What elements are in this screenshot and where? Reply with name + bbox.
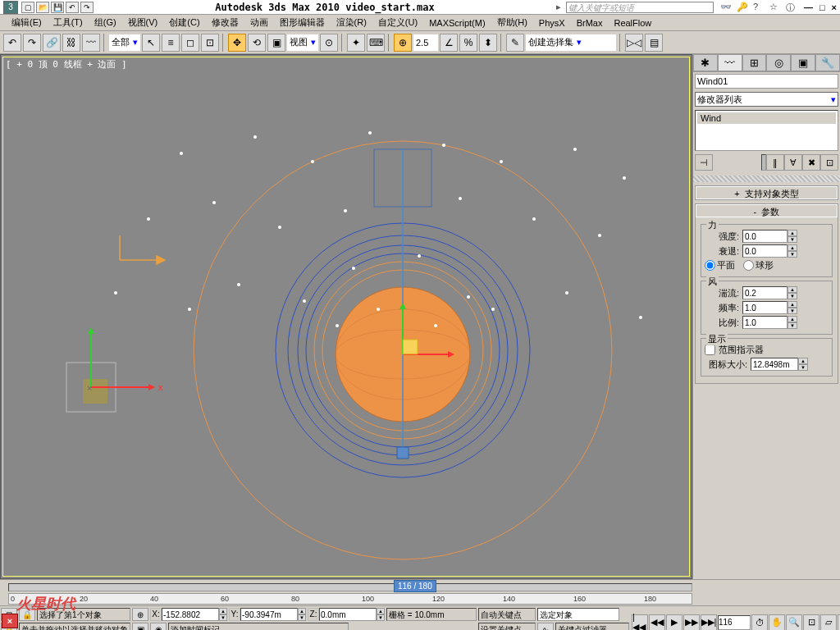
named-selection-combo[interactable]: 创建选择集▾	[526, 34, 616, 51]
minimize-button[interactable]: —	[804, 2, 813, 12]
nav-zoomext-button[interactable]: ⊡	[803, 614, 819, 631]
object-name-input[interactable]	[695, 74, 838, 89]
key-filters-button[interactable]: 关键点过滤器...	[555, 623, 629, 630]
time-slider-track[interactable]	[8, 583, 692, 591]
time-tag[interactable]: 添加时间标记	[168, 623, 349, 630]
stack-item-wind[interactable]: Wind	[697, 112, 836, 124]
align-button[interactable]: ▤	[645, 34, 663, 52]
strength-input[interactable]	[742, 230, 788, 243]
coord-y-input[interactable]	[240, 608, 298, 621]
scale-input[interactable]	[742, 316, 788, 329]
icon-size-input[interactable]	[751, 358, 798, 371]
decay-down[interactable]: ▼	[788, 251, 797, 258]
select-object-button[interactable]: ↖	[142, 34, 160, 52]
goto-end-button[interactable]: ▶▶|	[701, 614, 717, 631]
rollout-parameters[interactable]: - 参数	[696, 204, 838, 217]
isolate-button[interactable]: ▣	[132, 623, 148, 630]
menu-brmax[interactable]: BrMax	[572, 16, 608, 30]
modifier-list-combo[interactable]: 修改器列表▾	[695, 92, 838, 107]
next-frame-button[interactable]: ▶▶	[683, 614, 700, 631]
redo-button[interactable]: ↷	[23, 34, 41, 52]
coord-x-input[interactable]	[162, 608, 219, 621]
tab-motion[interactable]: ◎	[766, 54, 791, 71]
radio-spherical[interactable]: 球形	[743, 259, 774, 272]
time-ruler[interactable]: 0 20 40 60 80 100 120 140 160 180	[8, 593, 692, 605]
timeline[interactable]: 116 / 180 0 20 40 60 80 100 120 140 160 …	[0, 579, 840, 605]
frequency-input[interactable]	[742, 301, 788, 314]
viewport-top[interactable]: [ + 0 顶 0 线框 + 边面 ]	[0, 54, 692, 579]
select-region-rect-button[interactable]: ◻	[181, 34, 199, 52]
edit-named-sel-button[interactable]: ✎	[506, 34, 524, 52]
redo-dropdown-icon[interactable]: ↷	[80, 2, 94, 13]
menu-tools[interactable]: 工具(T)	[48, 15, 88, 30]
undo-button[interactable]: ↶	[3, 34, 21, 52]
spinner-snap-button[interactable]: ⬍	[479, 34, 497, 52]
tab-modify[interactable]: 〰	[718, 54, 742, 71]
manipulate-button[interactable]: ✦	[347, 34, 365, 52]
radio-planar[interactable]: 平面	[705, 259, 735, 272]
autokey-button[interactable]: 自动关键点	[478, 608, 536, 621]
close-button[interactable]: ×	[832, 2, 837, 12]
prev-frame-button[interactable]: ◀◀	[649, 614, 665, 631]
tab-display[interactable]: ▣	[791, 54, 815, 71]
save-file-icon[interactable]: 💾	[51, 2, 64, 13]
undo-dropdown-icon[interactable]: ↶	[66, 2, 79, 13]
remove-modifier-button[interactable]: ✖	[802, 154, 820, 171]
window-crossing-button[interactable]: ⊡	[201, 34, 219, 52]
select-rotate-button[interactable]: ⟲	[248, 34, 266, 52]
menu-rendering[interactable]: 渲染(R)	[331, 15, 372, 30]
open-file-icon[interactable]: 📂	[36, 2, 49, 13]
menu-customize[interactable]: 自定义(U)	[373, 15, 422, 30]
nav-pan-button[interactable]: ✋	[769, 614, 785, 631]
ref-coord-combo[interactable]: 视图▾	[287, 34, 318, 51]
time-config-button[interactable]: ⏱	[751, 614, 768, 631]
nav-fov-button[interactable]: ▱	[820, 614, 837, 631]
app-logo[interactable]: 3	[3, 1, 18, 14]
bind-spacewarp-button[interactable]: 〰	[82, 34, 100, 52]
comm-center-button[interactable]: ◉	[150, 623, 167, 630]
angle-snap-spinner[interactable]: 2.5	[413, 34, 438, 51]
new-file-icon[interactable]: ▢	[21, 2, 34, 13]
menu-edit[interactable]: 编辑(E)	[7, 15, 47, 30]
info-icon[interactable]: ⓘ	[786, 2, 797, 13]
key-filter-combo[interactable]: 选定对象	[537, 608, 619, 621]
menu-maxscript[interactable]: MAXScript(M)	[424, 16, 490, 30]
help-search-input[interactable]: 键入关键字或短语	[566, 2, 714, 13]
mirror-button[interactable]: ▷◁	[625, 34, 643, 52]
unlink-button[interactable]: ⛓	[62, 34, 80, 52]
make-unique-button[interactable]: ∀	[784, 154, 802, 171]
menu-group[interactable]: 组(G)	[89, 15, 121, 30]
menu-modifiers[interactable]: 修改器	[207, 15, 244, 30]
maximize-button[interactable]: □	[819, 2, 825, 12]
select-scale-button[interactable]: ▣	[267, 34, 285, 52]
play-button[interactable]: ▶	[666, 614, 682, 631]
select-move-button[interactable]: ✥	[228, 34, 246, 52]
help-icon[interactable]: ?	[753, 2, 765, 13]
range-indicator-check[interactable]	[705, 345, 715, 355]
pin-stack-button[interactable]: ⊣	[695, 154, 713, 171]
strength-up[interactable]: ▲	[788, 230, 797, 236]
tab-hierarchy[interactable]: ⊞	[742, 54, 767, 71]
keyboard-shortcut-button[interactable]: ⌨	[367, 34, 385, 52]
star-icon[interactable]: ☆	[769, 2, 781, 13]
menu-grapheditors[interactable]: 图形编辑器	[275, 15, 330, 30]
tab-utilities[interactable]: 🔧	[815, 54, 840, 71]
select-by-name-button[interactable]: ≡	[162, 34, 180, 52]
selection-filter-combo[interactable]: 全部▾	[109, 34, 140, 51]
decay-up[interactable]: ▲	[788, 244, 797, 251]
time-indicator[interactable]: 116 / 180	[394, 580, 436, 592]
snap-toggle-button[interactable]: ⊕	[394, 34, 412, 52]
link-button[interactable]: 🔗	[43, 34, 61, 52]
tab-create[interactable]: ✱	[693, 54, 718, 71]
show-end-result-button[interactable]: ‖	[766, 154, 784, 171]
goto-start-button[interactable]: |◀◀	[632, 614, 648, 631]
overlay-close-icon[interactable]: ×	[2, 614, 18, 628]
menu-animation[interactable]: 动画	[245, 15, 273, 30]
abs-rel-toggle[interactable]: ⊕	[132, 608, 148, 621]
strength-down[interactable]: ▼	[788, 236, 797, 243]
menu-realflow[interactable]: RealFlow	[609, 16, 656, 30]
search-toggle-icon[interactable]: ▸	[556, 2, 566, 13]
rollout-support-types[interactable]: + 支持对象类型	[696, 186, 838, 199]
menu-create[interactable]: 创建(C)	[164, 15, 204, 30]
decay-input[interactable]	[742, 244, 788, 258]
